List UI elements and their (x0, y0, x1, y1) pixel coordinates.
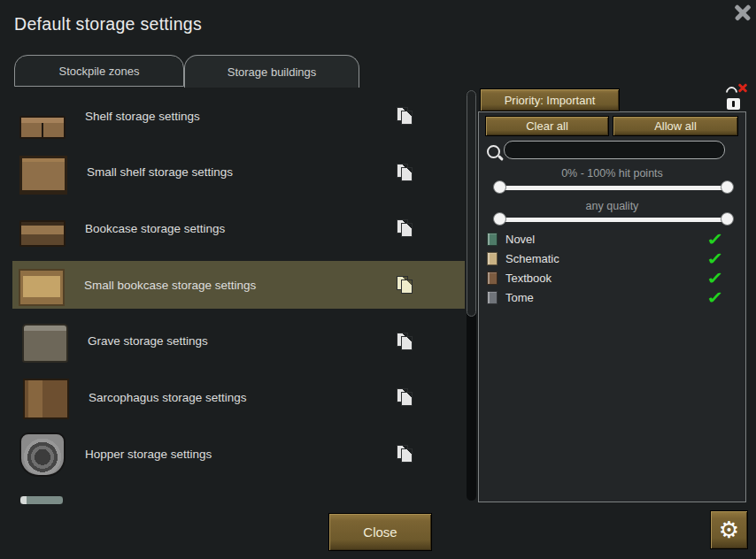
priority-button[interactable]: Priority: Important (480, 88, 620, 111)
storage-row-label: Sarcophagus storage settings (89, 391, 247, 404)
storage-buildings-list: Shelf storage settings Small shelf stora… (12, 92, 465, 504)
small-bookcase-icon (19, 269, 65, 306)
hit-points-slider[interactable] (493, 180, 734, 195)
gear-button[interactable]: ⚙ (710, 510, 748, 549)
close-button[interactable]: Close (328, 513, 432, 551)
partial-item-icon (19, 495, 64, 504)
schematic-icon (487, 252, 498, 265)
grave-icon (22, 324, 68, 363)
scrollbar[interactable] (467, 90, 476, 501)
storage-row-label: Shelf storage settings (85, 110, 200, 123)
storage-row-label: Bookcase storage settings (85, 222, 225, 235)
storage-row[interactable]: Shelf storage settings (12, 92, 465, 140)
allow-item-row[interactable]: Novel ✓ (479, 229, 745, 249)
slider-handle-min[interactable] (493, 180, 506, 194)
storage-row[interactable]: Hopper storage settings (12, 430, 465, 478)
allow-all-button[interactable]: Allow all (613, 116, 738, 136)
copy-settings-icon[interactable] (397, 445, 414, 463)
shelf-icon (19, 116, 66, 139)
copy-settings-icon[interactable] (397, 276, 414, 294)
allow-item-label: Textbook (505, 272, 552, 285)
search-icon (487, 145, 500, 158)
allow-item-label: Novel (505, 233, 535, 246)
allow-items-list: Novel ✓ Schematic ✓ Textbook ✓ Tome ✓ (479, 229, 745, 307)
storage-row[interactable]: Grave storage settings (12, 318, 465, 365)
clear-all-button[interactable]: Clear all (485, 116, 609, 136)
small-shelf-icon (19, 156, 67, 195)
slider-handle-max[interactable] (721, 212, 734, 226)
allow-item-row[interactable]: Schematic ✓ (479, 249, 745, 268)
storage-row-label: Small bookcase storage settings (84, 279, 256, 292)
storage-row[interactable]: Small bookcase storage settings (12, 261, 465, 309)
allow-item-label: Schematic (505, 252, 559, 265)
tab-storage-buildings[interactable]: Storage buildings (184, 55, 359, 88)
scrollbar-thumb[interactable] (467, 90, 476, 317)
allow-item-row[interactable]: Tome ✓ (479, 287, 745, 307)
slider-handle-min[interactable] (493, 212, 506, 226)
storage-row[interactable]: Sarcophagus storage settings (12, 373, 465, 421)
slider-handle-max[interactable] (721, 180, 734, 194)
hit-points-range-label: 0% - 100% hit points (479, 167, 745, 180)
quality-slider[interactable] (493, 212, 734, 226)
copy-settings-icon[interactable] (397, 164, 414, 181)
allow-item-label: Tome (505, 291, 534, 304)
unlocked-lock-icon[interactable] (725, 86, 746, 110)
allowed-check-icon: ✓ (706, 270, 724, 287)
allow-item-row[interactable]: Textbook ✓ (479, 268, 745, 287)
storage-settings-dialog: Default storage settings Stockpile zones… (0, 0, 756, 559)
storage-row-label: Grave storage settings (88, 334, 208, 348)
sarcophagus-icon (23, 379, 69, 419)
close-icon[interactable] (731, 2, 754, 23)
search-input[interactable] (504, 141, 725, 159)
allow-filter-panel: Clear all Allow all 0% - 100% hit points… (478, 111, 746, 502)
red-x-icon (738, 83, 747, 92)
allowed-check-icon: ✓ (706, 289, 724, 306)
storage-row[interactable]: Small shelf storage settings (12, 149, 465, 196)
copy-settings-icon[interactable] (397, 219, 414, 237)
storage-row-label: Small shelf storage settings (87, 165, 233, 179)
hopper-icon (19, 433, 66, 477)
copy-settings-icon[interactable] (397, 107, 414, 125)
quality-range-label: any quality (479, 200, 745, 212)
textbook-icon (487, 272, 498, 285)
storage-row[interactable]: Bookcase storage settings (12, 204, 465, 252)
page-title: Default storage settings (14, 14, 202, 34)
allowed-check-icon: ✓ (706, 250, 724, 267)
copy-settings-icon[interactable] (397, 333, 414, 350)
tab-stockpile-zones[interactable]: Stockpile zones (14, 55, 184, 87)
copy-settings-icon[interactable] (397, 388, 414, 406)
tome-icon (487, 291, 498, 304)
allowed-check-icon: ✓ (706, 231, 724, 248)
novel-book-icon (487, 233, 498, 246)
storage-row-label: Hopper storage settings (85, 448, 212, 461)
bookcase-icon (19, 220, 66, 247)
storage-row[interactable] (12, 486, 465, 504)
